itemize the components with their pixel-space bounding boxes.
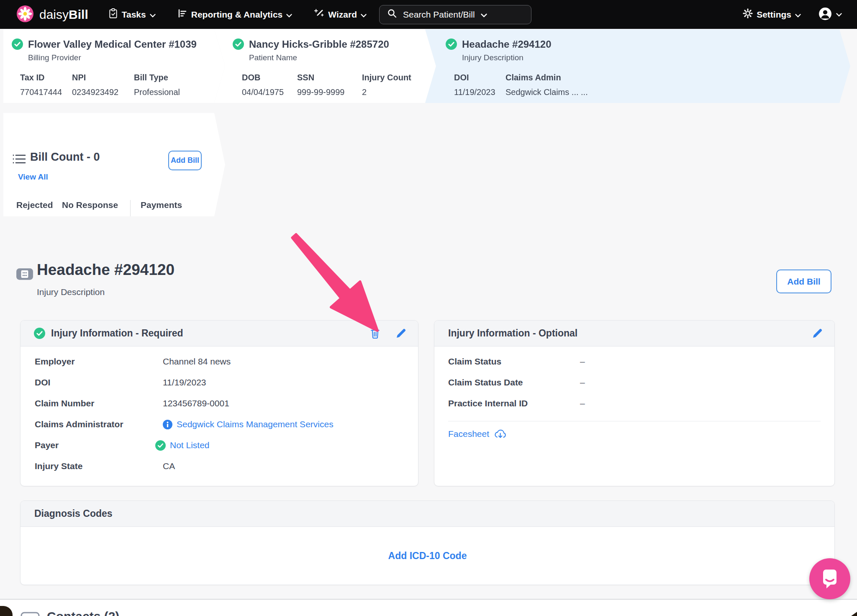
required-card-title: Injury Information - Required: [51, 328, 183, 339]
field-tax-id: Tax ID 770417444: [20, 73, 62, 97]
breadcrumb-title: Headache #294120: [462, 38, 552, 50]
chart-bars-icon: [177, 8, 187, 21]
stats-ellipsis: ...: [179, 216, 187, 226]
chevron-down-icon: [795, 10, 801, 20]
injury-info-optional-card: Injury Information - Optional Claim Stat…: [434, 320, 835, 486]
view-all-link[interactable]: View All: [18, 172, 48, 182]
breadcrumb-subtitle: Injury Description: [462, 53, 552, 62]
breadcrumb-title: Flower Valley Medical Center #1039: [28, 38, 197, 50]
breadcrumb-subtitle: Billing Provider: [28, 53, 197, 62]
row-injury-state: Injury State CA: [21, 456, 418, 477]
stat-divider: [130, 200, 131, 226]
edit-pencil-icon[interactable]: [395, 328, 406, 339]
field-ssn: SSN 999-99-9999: [297, 73, 344, 97]
row-claims-administrator: Claims Administrator Sedgwick Claims Man…: [21, 414, 418, 435]
chevron-down-icon: [286, 10, 292, 20]
nav-reporting[interactable]: Reporting & Analytics: [177, 8, 293, 21]
check-circle-icon: [155, 440, 166, 451]
breadcrumb-patient[interactable]: Nancy Hicks-Gribble #285720 Patient Name…: [214, 29, 436, 103]
edit-pencil-icon[interactable]: [812, 328, 823, 339]
nav-wizard[interactable]: Wizard: [314, 8, 367, 21]
field-injury-count: Injury Count 2: [362, 73, 411, 97]
add-bill-button-main[interactable]: Add Bill: [776, 270, 831, 293]
chevron-down-icon: [150, 10, 156, 20]
field-dob: DOB 04/04/1975: [242, 73, 284, 97]
nav-settings[interactable]: Settings: [743, 8, 801, 21]
row-employer: Employer Channel 84 news: [21, 351, 418, 372]
chevron-down-icon: [481, 10, 487, 20]
list-icon: [12, 153, 26, 167]
claims-administrator-link[interactable]: Sedgwick Claims Management Services: [177, 419, 334, 429]
field-claims-admin: Claims Admin Sedgwick Claims ... ...: [505, 73, 588, 97]
row-claim-number: Claim Number 123456789-0001: [21, 393, 418, 414]
row-claim-status-date: Claim Status Date –: [434, 372, 834, 393]
row-payer: Payer Not Listed: [21, 435, 418, 456]
check-circle-icon: [12, 38, 23, 51]
optional-card-title: Injury Information - Optional: [448, 328, 577, 339]
add-icd10-link[interactable]: Add ICD-10 Code: [388, 550, 467, 562]
diagnosis-codes-card: Diagnosis Codes Add ICD-10 Code: [20, 501, 835, 585]
brand-name: daisyBill: [39, 8, 88, 22]
chevron-down-icon: [836, 11, 842, 18]
search-icon: [387, 8, 397, 21]
chat-bubble-icon: [819, 567, 841, 590]
breadcrumb-title: Nancy Hicks-Gribble #285720: [249, 38, 389, 50]
top-nav: daisyBill Tasks Reporting & Analyti: [0, 0, 857, 29]
cloud-download-icon: [493, 429, 507, 439]
row-claim-status: Claim Status –: [434, 351, 834, 372]
check-circle-icon: [446, 38, 457, 51]
stat-payments: Payments 0: [141, 200, 182, 227]
row-practice-internal-id: Practice Internal ID –: [434, 393, 834, 414]
gear-icon: [743, 8, 753, 21]
diagnosis-card-title: Diagnosis Codes: [34, 508, 113, 519]
stat-rejected: Rejected 0: [16, 200, 53, 227]
chevron-down-icon: [361, 10, 367, 20]
check-circle-icon: [233, 38, 244, 51]
check-circle-icon: [34, 328, 45, 339]
clipboard-icon: [108, 8, 118, 21]
bill-count-title: Bill Count - 0: [30, 151, 100, 164]
next-section: [0, 600, 857, 616]
injury-info-required-card: Injury Information - Required Employer C…: [20, 320, 418, 486]
daisy-flower-icon: [17, 5, 33, 24]
bill-count-card: Bill Count - 0 View All Add Bill Rejecte…: [3, 113, 225, 216]
divider: [448, 421, 821, 421]
facesheet-link[interactable]: Facesheet: [448, 429, 834, 439]
field-npi: NPI 0234923492: [72, 73, 118, 97]
magic-wand-icon: [314, 8, 324, 21]
breadcrumb-subtitle: Patient Name: [249, 53, 389, 62]
field-doi: DOI 11/19/2023: [454, 73, 495, 97]
chat-launcher-button[interactable]: [809, 558, 850, 599]
add-bill-button[interactable]: Add Bill: [168, 151, 202, 170]
breadcrumb-injury-selected[interactable]: Headache #294120 Injury Description DOI …: [425, 29, 850, 103]
payer-link[interactable]: Not Listed: [170, 440, 210, 450]
info-circle-icon[interactable]: [163, 420, 172, 429]
account-menu[interactable]: [819, 7, 842, 22]
breadcrumb-billing-provider[interactable]: Flower Valley Medical Center #1039 Billi…: [3, 29, 225, 103]
brand-logo[interactable]: daisyBill: [17, 5, 88, 24]
nav-tasks[interactable]: Tasks: [108, 8, 156, 21]
user-avatar-icon: [819, 7, 832, 22]
contacts-icon: [21, 612, 40, 616]
delete-trash-icon[interactable]: [370, 328, 380, 339]
page-subtitle: Injury Description: [37, 287, 105, 297]
search-patient-bill[interactable]: Search Patient/Bill: [379, 5, 531, 24]
page-title: Headache #294120: [37, 261, 174, 279]
contacts-section-title: Contacts (2): [47, 609, 119, 616]
row-doi: DOI 11/19/2023: [21, 372, 418, 393]
field-bill-type: Bill Type Professional: [134, 73, 180, 97]
bandage-icon: [16, 268, 33, 282]
stat-no-response: No Response 0: [62, 200, 118, 227]
